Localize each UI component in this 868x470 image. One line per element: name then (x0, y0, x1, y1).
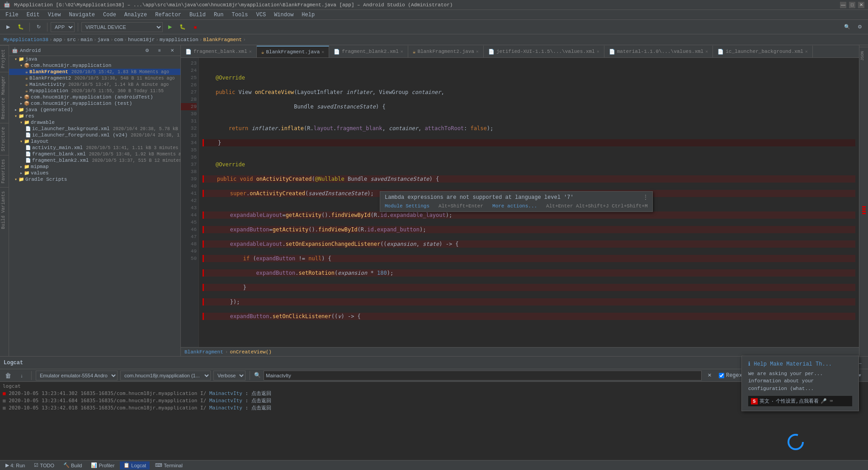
logcat-search-input[interactable] (264, 371, 702, 381)
bc-main[interactable]: main (80, 37, 92, 42)
bc-fragment[interactable]: BlankFragment (203, 37, 242, 42)
tree-java-gen[interactable]: ▸ 📁 java (generated) (9, 107, 180, 113)
project-close-btn[interactable]: ✕ (167, 45, 178, 56)
logcat-scroll-btn[interactable]: ↓ (16, 370, 27, 381)
logcat-tool-btn[interactable]: 📋 Logcat (120, 461, 150, 470)
tree-myapplication[interactable]: ☕ Myapplication 2020/10/5 11:55, 360 B T… (9, 88, 180, 94)
tree-values[interactable]: ▸ 📁 values (9, 170, 180, 176)
left-tab-project[interactable]: Project (0, 45, 9, 72)
code-editor[interactable]: 23 24 25 26 27 28 29 30 31 32 33 34 35 3… (181, 58, 859, 347)
tab-close-ic[interactable]: ✕ (805, 49, 808, 54)
tab-close-active[interactable]: ✕ (321, 49, 324, 55)
tree-layout[interactable]: ▾ 📁 layout (9, 138, 180, 145)
bc-bottom-method[interactable]: onCreateView() (230, 349, 271, 355)
tab-close-bf2[interactable]: ✕ (476, 49, 479, 54)
tree-ic-launcher-bg[interactable]: 📄 ic_launcher_background.xml 2020/10/4 2… (9, 126, 180, 132)
menu-vcs[interactable]: VCS (253, 11, 270, 19)
settings-btn[interactable]: ⚙ (854, 22, 865, 33)
menu-code[interactable]: Code (99, 11, 120, 19)
tree-test[interactable]: ▸ 📦 com.hnucm18jr.myapplication (test) (9, 100, 180, 107)
tree-androidtest[interactable]: ▸ 📦 com.hnucm18jr.myapplication (android… (9, 94, 180, 100)
tree-activity-main[interactable]: 📄 activity_main.xml 2020/10/5 13:41, 1.1… (9, 145, 180, 151)
bc-com[interactable]: com (114, 37, 123, 42)
tree-java-folder[interactable]: ▾ 📁 java (9, 56, 180, 62)
bc-java[interactable]: java (98, 37, 109, 42)
bc-bottom-fragment[interactable]: BlankFragment (184, 349, 223, 355)
tab-close-btn[interactable]: ✕ (249, 49, 252, 54)
tree-res[interactable]: ▾ 📁 res (9, 113, 180, 119)
tree-blankfragment2[interactable]: ☕ BlankFragment2 2020/10/5 13:38, 548 B … (9, 75, 180, 81)
close-button[interactable]: ✕ (858, 2, 864, 8)
tab-jetified[interactable]: 📄 jetified-XUI-1.1.5\...\values.xml ✕ (484, 46, 604, 57)
right-tab-json[interactable]: JSON (859, 47, 868, 65)
run-app-btn[interactable]: ▶ (165, 22, 175, 33)
popup-more-options[interactable]: ⋮ (642, 193, 649, 201)
menu-analyze[interactable]: Analyze (121, 11, 151, 19)
tab-close-fb2[interactable]: ✕ (401, 49, 403, 54)
run-tool-btn[interactable]: ▶ 4: Run (2, 461, 28, 470)
tree-fragment-blank2[interactable]: 📄 fragment_blank2.xml 2020/10/5 13:37, 5… (9, 157, 180, 164)
left-tab-build[interactable]: Build Variants (0, 187, 9, 233)
tree-gradle[interactable]: ▾ 📁 Gradle Scripts (9, 176, 180, 183)
left-tab-favorites[interactable]: Favorites (0, 155, 9, 187)
bc-hnucm[interactable]: hnucm18jr (128, 37, 155, 42)
popup-more-actions[interactable]: More actions... (492, 203, 537, 209)
debug-app-btn[interactable]: 🐛 (177, 22, 188, 33)
toolbar-debug-btn[interactable]: 🐛 (15, 22, 26, 33)
tab-close-jetified[interactable]: ✕ (597, 49, 599, 54)
toolbar-run-btn[interactable]: ▶ (3, 22, 14, 33)
breadcrumb-root[interactable]: MyApplication38 (4, 37, 48, 42)
code-line-24: @Override (203, 74, 855, 81)
tab-close-material[interactable]: ✕ (705, 49, 708, 54)
minimize-button[interactable]: — (840, 2, 846, 8)
bc-app[interactable]: app (53, 37, 62, 42)
menu-run[interactable]: Run (210, 11, 227, 19)
toolbar-sync-btn[interactable]: ↻ (33, 22, 44, 33)
bc-src[interactable]: src (67, 37, 76, 42)
menu-tools[interactable]: Tools (228, 11, 252, 19)
menu-build[interactable]: Build (186, 11, 209, 19)
menu-help[interactable]: Help (298, 11, 318, 19)
device-dropdown[interactable]: VIRTUAL DEVICE (81, 22, 163, 32)
tree-ic-launcher-fg[interactable]: 📄 ic_launcher_foreground.xml (v24) 2020/… (9, 132, 180, 138)
tree-drawable[interactable]: ▾ 📁 drawable (9, 119, 180, 126)
project-settings-btn[interactable]: ⚙ (142, 45, 152, 56)
menu-file[interactable]: File (2, 11, 22, 19)
profiler-tool-btn[interactable]: 📊 Profiler (87, 461, 118, 470)
tab-blankfragment-java[interactable]: ☕ BlankFragment.java ✕ (257, 46, 329, 57)
package-select[interactable]: com.hnucm18jr.myapplication (1... (120, 371, 211, 381)
tree-mipmap[interactable]: ▸ 📁 mipmap (9, 164, 180, 170)
left-tab-resource[interactable]: Resource Manager (0, 72, 9, 123)
tab-material[interactable]: 📄 material-1.1.0\...\values.xml ✕ (604, 46, 713, 57)
build-tool-btn[interactable]: 🔨 Build (60, 461, 85, 470)
tab-fragment-blank-xml[interactable]: 📄 fragment_blank.xml ✕ (181, 46, 257, 57)
tab-blankfragment2-java[interactable]: ☕ BlankFragment2.java ✕ (408, 46, 484, 57)
tree-blankfragment[interactable]: ☕ BlankFragment 2020/10/5 15:42, 1.83 kB… (9, 69, 180, 75)
maximize-button[interactable]: □ (849, 2, 855, 8)
logcat-clear-btn[interactable]: 🗑 (3, 370, 14, 381)
menu-edit[interactable]: Edit (23, 11, 43, 19)
menu-refactor[interactable]: Refactor (151, 11, 185, 19)
app-config-dropdown[interactable]: APP (51, 22, 75, 32)
tree-fragment-blank[interactable]: 📄 fragment_blank.xml 2020/10/5 13:48, 1.… (9, 151, 180, 157)
regex-checkbox[interactable] (719, 373, 724, 378)
left-tab-structure[interactable]: Structure (0, 123, 9, 155)
popup-module-settings[interactable]: Module Settings (385, 203, 429, 209)
device-select[interactable]: Emulator emulator-5554 Andro (36, 371, 118, 381)
todo-tool-btn[interactable]: ☑ TODO (30, 461, 58, 470)
tree-mainactivity[interactable]: ☕ MainActivity 2020/10/5 13:47, 1.14 kB … (9, 81, 180, 88)
line-numbers: 23 24 25 26 27 28 29 30 31 32 33 34 35 3… (181, 58, 199, 347)
log-level-select[interactable]: Verbose (213, 371, 245, 381)
tab-ic-launcher[interactable]: 📄 ic_launcher_background.xml ✕ (713, 46, 813, 57)
tree-com-folder[interactable]: ▾ 📦 com.hnucm18jr.myapplication (9, 62, 180, 69)
menu-navigate[interactable]: Navigate (65, 11, 99, 19)
project-more-btn[interactable]: ≡ (154, 45, 165, 56)
tab-fragment-blank2-xml[interactable]: 📄 fragment_blank2.xml ✕ (329, 46, 408, 57)
menu-window[interactable]: Window (270, 11, 297, 19)
search-everywhere-btn[interactable]: 🔍 (842, 22, 853, 33)
menu-view[interactable]: View (44, 11, 65, 19)
stop-btn[interactable]: ■ (190, 22, 201, 33)
bc-myapp[interactable]: myapplication (160, 37, 198, 42)
terminal-tool-btn[interactable]: ⌨ Terminal (151, 461, 186, 470)
logcat-clear-log-btn[interactable]: ✕ (704, 370, 715, 381)
